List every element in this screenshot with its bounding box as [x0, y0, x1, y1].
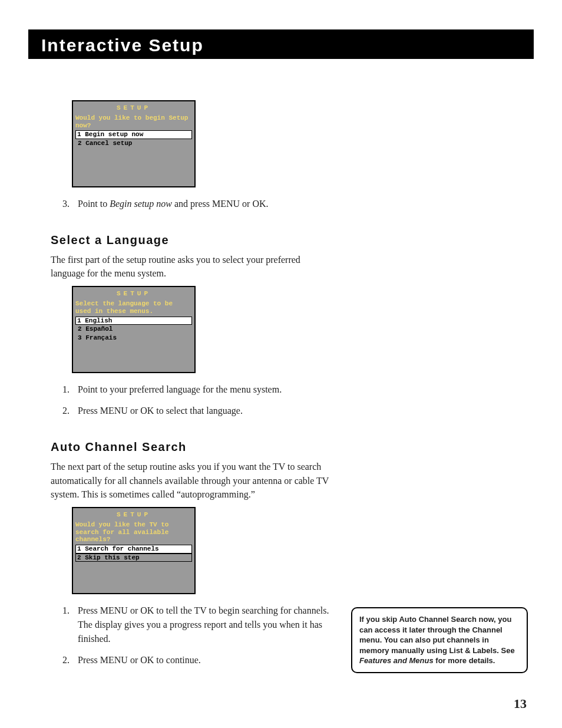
lang-steps: Point to your preferred language for the… [51, 383, 330, 418]
osd-language: SETUP Select the language to be used in … [72, 286, 196, 373]
page-number: 13 [514, 696, 527, 711]
auto-body: The next part of the setup routine asks … [51, 460, 330, 501]
osd-title: SETUP [74, 509, 193, 521]
osd-option-english: 1 English [75, 317, 192, 325]
osd-option-search: 1 Search for channels [75, 545, 192, 554]
osd-option-cancel: 2 Cancel setup [76, 139, 191, 148]
main-column: SETUP Would you like to begin Setup now?… [0, 59, 330, 667]
osd-title: SETUP [74, 288, 193, 300]
sidebar-note: If you skip Auto Channel Search now, you… [351, 607, 528, 673]
osd-begin-setup: SETUP Would you like to begin Setup now?… [72, 100, 196, 187]
osd-option-skip: 2 Skip this step [75, 554, 192, 562]
osd-option-begin: 1 Begin setup now [75, 130, 192, 139]
osd-prompt: Select the language to be used in these … [74, 300, 193, 316]
page-title: Interactive Setup [41, 35, 521, 55]
lang-step-1: Point to your preferred language for the… [72, 383, 330, 397]
osd-title: SETUP [74, 103, 193, 114]
lang-body: The first part of the setup routine asks… [51, 253, 330, 280]
auto-step-1: Press MENU or OK to tell the TV to begin… [72, 604, 330, 646]
step-begin-3: Point to Begin setup now and press MENU … [72, 197, 330, 211]
osd-auto-search: SETUP Would you like the TV to search fo… [72, 507, 196, 594]
osd-prompt: Would you like to begin Setup now? [74, 114, 193, 130]
auto-steps: Press MENU or OK to tell the TV to begin… [51, 604, 330, 667]
begin-steps: Point to Begin setup now and press MENU … [51, 197, 330, 211]
osd-option-francais: 3 Français [76, 334, 191, 342]
lang-step-2: Press MENU or OK to select that language… [72, 404, 330, 418]
osd-prompt: Would you like the TV to search for all … [74, 521, 193, 545]
heading-auto-channel: Auto Channel Search [51, 440, 330, 454]
page-header: Interactive Setup [28, 29, 534, 59]
auto-step-2: Press MENU or OK to continue. [72, 653, 330, 667]
heading-select-language: Select a Language [51, 233, 330, 247]
osd-option-espanol: 2 Español [76, 325, 191, 334]
